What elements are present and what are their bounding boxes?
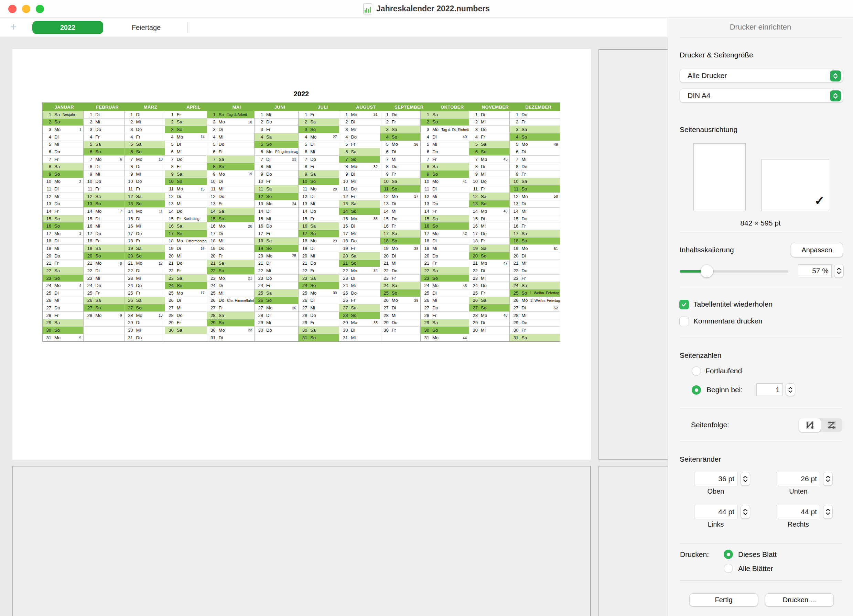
day-cell[interactable]: 6So	[469, 148, 509, 156]
day-cell[interactable]: 11Mo15	[165, 185, 207, 193]
day-cell[interactable]: 21Mo12	[124, 260, 165, 268]
day-cell[interactable]: 6Fr	[207, 148, 254, 156]
day-cell[interactable]: 5Mo36	[380, 141, 420, 148]
day-cell[interactable]: 7Mo45	[469, 156, 509, 163]
day-cell[interactable]: 11Mi	[207, 185, 254, 193]
day-cell[interactable]: 29Fr	[299, 319, 339, 327]
day-cell[interactable]: 18MoOstermontag	[165, 238, 207, 245]
day-cell[interactable]: 3Mo1	[42, 126, 83, 133]
day-cell[interactable]: 6So	[124, 148, 165, 156]
day-cell[interactable]: 24Fr	[255, 282, 298, 289]
day-cell[interactable]: 22Sa	[42, 267, 83, 275]
day-cell[interactable]: 10Mo41	[420, 178, 469, 186]
day-cell[interactable]: 17Sa	[510, 230, 560, 238]
day-cell[interactable]: 20Di	[380, 252, 420, 260]
day-cell[interactable]: 10Mi	[339, 178, 379, 186]
day-cell[interactable]: 1SoTag d. Arbeit	[207, 111, 254, 119]
day-cell[interactable]: 19Sa	[124, 245, 165, 252]
day-cell[interactable]: 6Do	[42, 148, 83, 156]
day-cell[interactable]: 17Do	[124, 230, 165, 238]
day-cell[interactable]: 4Di40	[420, 133, 469, 141]
day-cell[interactable]: 9Do	[255, 171, 298, 178]
day-cell[interactable]: 28Mo9	[83, 312, 124, 319]
day-cell[interactable]: 5Sa	[469, 141, 509, 148]
day-cell[interactable]: 19Do	[207, 245, 254, 252]
day-cell[interactable]: 26Mi	[42, 297, 83, 304]
day-cell[interactable]: 12Do	[207, 193, 254, 200]
day-cell[interactable]: 16So	[420, 222, 469, 230]
day-cell[interactable]: 8Fr	[165, 163, 207, 171]
day-cell[interactable]: 15Mo33	[339, 215, 379, 223]
day-cell[interactable]: 20Mi	[299, 252, 339, 260]
begin-at-stepper[interactable]	[786, 383, 795, 396]
day-cell[interactable]: 9Sa	[299, 171, 339, 178]
day-cell[interactable]: 14Fr	[420, 207, 469, 215]
day-cell[interactable]: 26Sa	[83, 297, 124, 304]
day-cell[interactable]: 4Mi	[207, 133, 254, 141]
day-cell[interactable]: 21Fr	[42, 260, 83, 268]
day-cell[interactable]: 17Mo3	[42, 230, 83, 238]
day-cell[interactable]: 22Fr	[165, 267, 207, 275]
day-cell[interactable]: 15FrKarfreitag	[165, 215, 207, 223]
day-cell[interactable]: 8Do	[510, 163, 560, 171]
day-cell[interactable]: 20Do	[420, 252, 469, 260]
day-cell[interactable]: 25Mo30	[299, 289, 339, 297]
day-cell[interactable]: 6Di	[380, 148, 420, 156]
day-cell[interactable]: 1Sa	[420, 111, 469, 119]
day-cell[interactable]: 7So	[339, 156, 379, 163]
empty-cell[interactable]	[83, 327, 124, 334]
day-cell[interactable]: 9Mi	[469, 171, 509, 178]
day-cell[interactable]: 24Mo4	[42, 282, 83, 289]
day-cell[interactable]: 18Sa	[255, 238, 298, 245]
day-cell[interactable]: 10Fr	[255, 178, 298, 186]
day-cell[interactable]: 25Fr	[124, 289, 165, 297]
day-cell[interactable]: 16Fr	[510, 222, 560, 230]
day-cell[interactable]: 22Fr	[299, 267, 339, 275]
day-cell[interactable]: 21Do	[299, 260, 339, 268]
day-cell[interactable]: 9Fr	[510, 171, 560, 178]
landscape-orientation-option[interactable]: ✓	[762, 159, 829, 211]
day-cell[interactable]: 29Do	[380, 319, 420, 327]
day-cell[interactable]: 27Do	[42, 304, 83, 312]
day-cell[interactable]: 1Do	[380, 111, 420, 119]
tab-feiertage[interactable]: Feiertage	[120, 21, 172, 34]
day-cell[interactable]: 19Fr	[339, 245, 379, 252]
day-cell[interactable]: 15Fr	[299, 215, 339, 223]
day-cell[interactable]: 5Mo49	[510, 141, 560, 148]
day-cell[interactable]: 24Do	[124, 282, 165, 289]
day-cell[interactable]: 19So	[255, 245, 298, 252]
fit-button[interactable]: Anpassen	[791, 243, 843, 257]
day-cell[interactable]: 31So	[299, 334, 339, 342]
day-cell[interactable]: 9Sa	[165, 171, 207, 178]
day-cell[interactable]: 24So	[299, 282, 339, 289]
day-cell[interactable]: 7Mo6	[83, 156, 124, 163]
day-cell[interactable]: 11Mo28	[299, 185, 339, 193]
day-cell[interactable]: 25Di	[420, 289, 469, 297]
day-cell[interactable]: 25Fr	[469, 289, 509, 297]
day-cell[interactable]: 29Di	[469, 319, 509, 327]
day-cell[interactable]: 16Sa	[165, 222, 207, 230]
day-cell[interactable]: 4Mo27	[299, 133, 339, 141]
day-cell[interactable]: 17So	[165, 230, 207, 238]
day-cell[interactable]: 2Mo18	[207, 119, 254, 126]
day-cell[interactable]: 12Di	[165, 193, 207, 200]
day-cell[interactable]: 8Di	[83, 163, 124, 171]
day-cell[interactable]: 29Di	[124, 319, 165, 327]
day-cell[interactable]: 11Fr	[83, 185, 124, 193]
day-cell[interactable]: 7Do	[165, 156, 207, 163]
day-cell[interactable]: 11Di	[42, 185, 83, 193]
day-cell[interactable]: 17Do	[83, 230, 124, 238]
day-cell[interactable]: 22Mo34	[339, 267, 379, 275]
day-cell[interactable]: 20Mo25	[255, 252, 298, 260]
preview-page-1[interactable]: 2022 JANUARFEBRUARMÄRZAPRILMAIJUNIJULIAU…	[12, 49, 591, 460]
day-cell[interactable]: 20Di	[510, 252, 560, 260]
day-cell[interactable]: 28Mo48	[469, 312, 509, 319]
day-cell[interactable]: 13Di	[510, 200, 560, 208]
day-cell[interactable]: 8Sa	[42, 163, 83, 171]
day-cell[interactable]: 5Do	[207, 141, 254, 148]
scaling-value-field[interactable]: 57 %	[798, 264, 832, 277]
day-cell[interactable]: 27Di52	[510, 304, 560, 312]
day-cell[interactable]: 2Sa	[165, 119, 207, 126]
day-cell[interactable]: 10So	[299, 178, 339, 186]
empty-cell[interactable]	[255, 334, 298, 342]
